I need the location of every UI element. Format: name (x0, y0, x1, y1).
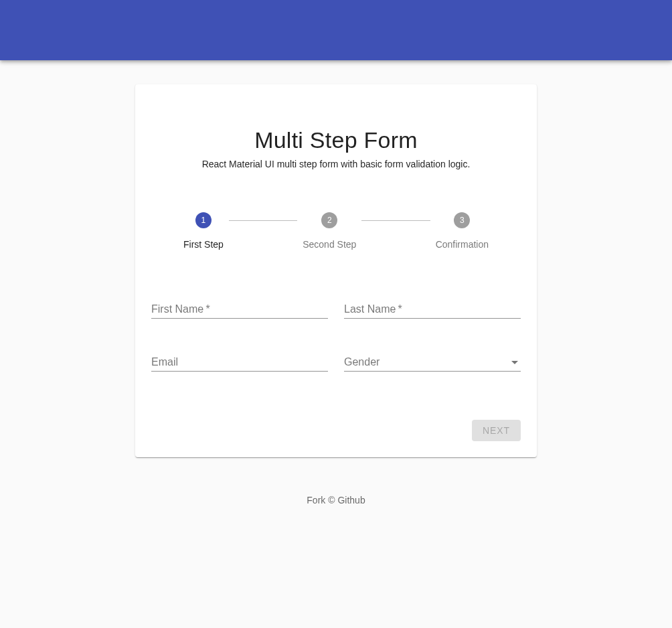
step-connector (361, 220, 430, 221)
step-1[interactable]: 1 First Step (183, 212, 224, 250)
step-1-circle: 1 (195, 212, 212, 228)
form-grid: First Name * Last Name * Email Gender (151, 303, 521, 372)
footer-github-link[interactable]: Github (337, 495, 365, 505)
step-3[interactable]: 3 Confirmation (436, 212, 489, 250)
step-2[interactable]: 2 Second Step (303, 212, 356, 250)
gender-select[interactable]: Gender (344, 356, 521, 372)
last-name-field[interactable]: Last Name * (344, 303, 521, 319)
email-field[interactable]: Email (151, 356, 328, 372)
next-button[interactable]: Next (472, 420, 521, 441)
step-1-label: First Step (183, 239, 224, 250)
chevron-down-icon (511, 361, 518, 364)
stepper: 1 First Step 2 Second Step 3 Confirmatio… (151, 212, 521, 250)
first-name-label: First Name * (151, 303, 210, 315)
form-actions: Next (151, 420, 521, 441)
form-card: Multi Step Form React Material UI multi … (135, 84, 537, 457)
step-3-label: Confirmation (436, 239, 489, 250)
first-name-field[interactable]: First Name * (151, 303, 328, 319)
footer-copyright: © (328, 495, 335, 505)
app-bar (0, 0, 672, 60)
step-3-circle: 3 (454, 212, 470, 228)
footer: Fork © Github (0, 495, 672, 505)
footer-fork-text: Fork (307, 495, 325, 505)
last-name-label: Last Name * (344, 303, 402, 315)
gender-label: Gender (344, 356, 380, 368)
step-2-circle: 2 (321, 212, 337, 228)
email-label: Email (151, 356, 178, 368)
page-title: Multi Step Form (151, 127, 521, 153)
step-connector (229, 220, 297, 221)
step-2-label: Second Step (303, 239, 356, 250)
page-subtitle: React Material UI multi step form with b… (151, 159, 521, 169)
